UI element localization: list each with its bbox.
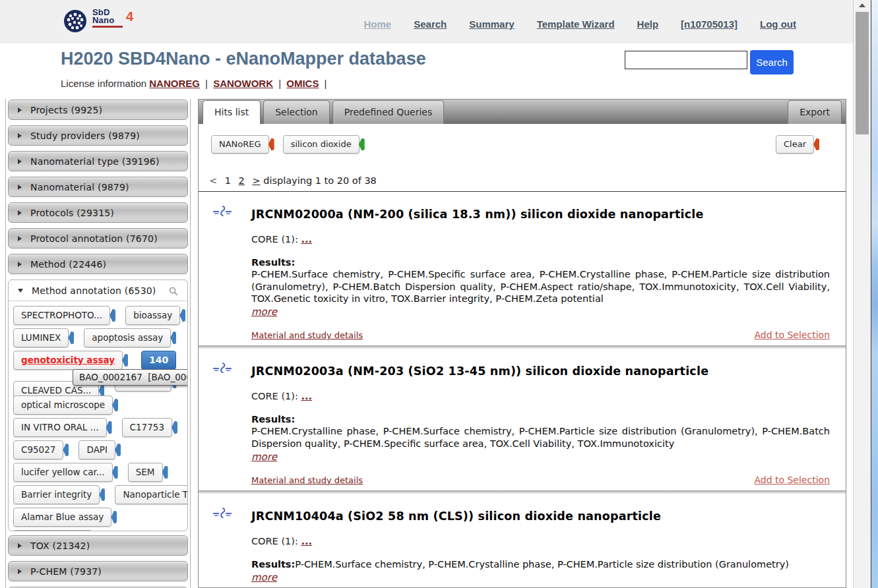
tag-icon xyxy=(115,444,121,456)
facet-chip-selected[interactable]: genotoxicity assay xyxy=(13,351,123,370)
facet-chip[interactable]: Alamar Blue assay xyxy=(13,508,111,527)
license-link-omics[interactable]: OMICS xyxy=(286,78,319,89)
provider-logo-icon xyxy=(212,205,234,340)
facet-chip[interactable]: SPECTROPHOTO... xyxy=(13,306,110,325)
results-panel: Hits list Selection Predefined Queries E… xyxy=(198,99,846,588)
sidebar-item-protocol-annotation[interactable]: Protocol annotation (7670) xyxy=(8,228,188,249)
more-link[interactable]: more xyxy=(251,572,277,583)
facet-chip[interactable]: C17753 xyxy=(122,418,172,437)
window-edge xyxy=(871,0,878,588)
sidebar-item-projects[interactable]: Projects (9925) xyxy=(8,100,188,120)
chevron-right-icon xyxy=(18,107,22,113)
chevron-down-icon xyxy=(18,289,23,293)
facet-chip[interactable]: IN VITRO ORAL ... xyxy=(13,418,107,437)
chevron-right-icon xyxy=(18,185,22,190)
sidebar-section-method-annotation: Method annotation (6530) SPECTROPHOTO... xyxy=(8,279,188,531)
nav-help[interactable]: Help xyxy=(637,18,659,30)
method-annotation-chips: SPECTROPHOTO... bioassay AND LUMINEX xyxy=(9,301,187,531)
tab-predefined-queries[interactable]: Predefined Queries xyxy=(332,100,444,124)
sidebar-item-study-providers[interactable]: Study providers (9879) xyxy=(8,125,188,146)
top-bar: SbD Nano 4 Home Search Summary Template … xyxy=(0,0,853,44)
add-to-selection-link[interactable]: Add to Selection xyxy=(754,330,830,340)
nav-template-wizard[interactable]: Template Wizard xyxy=(537,18,615,30)
facet-chip[interactable]: apoptosis assay xyxy=(84,328,171,347)
chevron-right-icon xyxy=(18,262,22,267)
chevron-right-icon xyxy=(18,133,22,138)
active-filter-nanoreg[interactable]: NANoREG xyxy=(211,135,269,154)
page-1-current: 1 xyxy=(225,175,231,186)
tag-icon xyxy=(112,466,118,479)
core-expand-link[interactable]: ... xyxy=(301,391,312,401)
results-text: P-CHEM.Surface chemistry, P-CHEM.Specifi… xyxy=(251,269,830,304)
facet-chip[interactable]: Barrier integrity xyxy=(13,485,100,504)
facet-chip[interactable]: bioassay xyxy=(125,306,180,325)
nav-home[interactable]: Home xyxy=(364,18,392,30)
tag-icon xyxy=(172,421,177,434)
tag-icon xyxy=(179,309,185,322)
core-expand-link[interactable]: ... xyxy=(301,536,312,546)
tag-icon xyxy=(110,309,115,322)
search-facet-icon[interactable] xyxy=(169,286,178,299)
nav-summary[interactable]: Summary xyxy=(469,18,514,30)
results-text: P-CHEM.Surface chemistry, P-CHEM.Crystal… xyxy=(295,559,789,570)
tag-icon xyxy=(99,488,105,501)
more-link[interactable]: more xyxy=(251,306,277,318)
results-label: Results: xyxy=(251,413,830,425)
active-filters-row: NANoREG silicon dioxide Clear xyxy=(199,124,846,156)
scrollbar-up-arrow-icon[interactable] xyxy=(854,0,871,11)
facet-chip[interactable]: C95027 xyxy=(13,440,63,459)
sidebar-item-method-annotation[interactable]: Method annotation (6530) xyxy=(9,280,187,301)
chip-count-badge: 140 xyxy=(141,351,176,370)
search-input[interactable] xyxy=(625,51,747,69)
sidebar-item-tox[interactable]: TOX (21342) xyxy=(8,535,188,556)
tag-icon xyxy=(170,332,176,344)
facet-chip[interactable]: LUMINEX xyxy=(13,328,69,347)
clear-filters-button[interactable]: Clear xyxy=(776,135,814,154)
tag-icon xyxy=(63,444,69,456)
tab-selection[interactable]: Selection xyxy=(263,100,330,124)
nav-user-id[interactable]: [n10705013] xyxy=(681,18,737,30)
nav-search[interactable]: Search xyxy=(414,18,447,30)
add-to-selection-link[interactable]: Add to Selection xyxy=(754,475,830,485)
tab-strip: Hits list Selection Predefined Queries E… xyxy=(199,99,846,124)
license-line: License information NANOREG | SANOWORK |… xyxy=(61,78,330,89)
license-link-sanowork[interactable]: SANOWORK xyxy=(213,78,273,89)
chevron-right-icon xyxy=(18,210,22,216)
active-filter-silicon-dioxide[interactable]: silicon dioxide xyxy=(283,135,360,154)
chevron-right-icon xyxy=(18,236,22,241)
tag-icon xyxy=(122,354,128,367)
sidebar-item-method[interactable]: Method (22446) xyxy=(8,254,188,274)
sidebar-item-nanomaterial-type[interactable]: Nanomaterial type (39196) xyxy=(8,151,188,171)
sidebar-item-p-chem[interactable]: P-CHEM (7937) xyxy=(8,561,188,581)
tab-hits-list[interactable]: Hits list xyxy=(203,100,261,124)
page-title: H2020 SBD4Nano - eNanoMapper database xyxy=(61,49,426,69)
tag-icon xyxy=(162,466,168,479)
sidebar-item-nanomaterial[interactable]: Nanomaterial (9879) xyxy=(8,177,188,197)
facet-chip[interactable]: lucifer yellow car... xyxy=(13,463,113,482)
material-details-link[interactable]: Material and study details xyxy=(251,475,363,485)
vertical-scrollbar[interactable] xyxy=(853,0,871,588)
core-label: CORE (1): xyxy=(251,536,298,546)
page-next[interactable]: > xyxy=(252,175,260,186)
sidebar-item-protocols[interactable]: Protocols (29315) xyxy=(8,202,188,223)
results-label: Results: xyxy=(251,559,295,570)
page-prev[interactable]: < xyxy=(209,175,217,186)
core-expand-link[interactable]: ... xyxy=(301,234,312,245)
sbd4nano-logo[interactable]: SbD Nano 4 xyxy=(63,9,132,36)
facet-chip[interactable]: DAPI xyxy=(78,440,115,459)
facet-chip[interactable]: Nanoparticle Tra... xyxy=(115,485,187,504)
results-label: Results: xyxy=(251,256,830,268)
page-2-link[interactable]: 2 xyxy=(239,175,245,186)
facet-chip[interactable]: SEM xyxy=(128,463,163,482)
search-button[interactable]: Search xyxy=(750,50,794,74)
material-details-link[interactable]: Material and study details xyxy=(251,330,363,340)
tag-icon xyxy=(359,138,365,150)
export-button[interactable]: Export xyxy=(788,100,842,124)
more-link[interactable]: more xyxy=(251,451,277,463)
facet-chip[interactable]: optical microscope xyxy=(13,396,113,415)
facet-chip-clipped[interactable] xyxy=(13,530,92,531)
nav-logout[interactable]: Log out xyxy=(760,18,796,30)
license-link-nanoreg[interactable]: NANOREG xyxy=(149,78,200,89)
result-item: JRCNM10404a (SiO2 58 nm (CLS)) silicon d… xyxy=(199,494,846,588)
scrollbar-thumb[interactable] xyxy=(856,12,869,134)
